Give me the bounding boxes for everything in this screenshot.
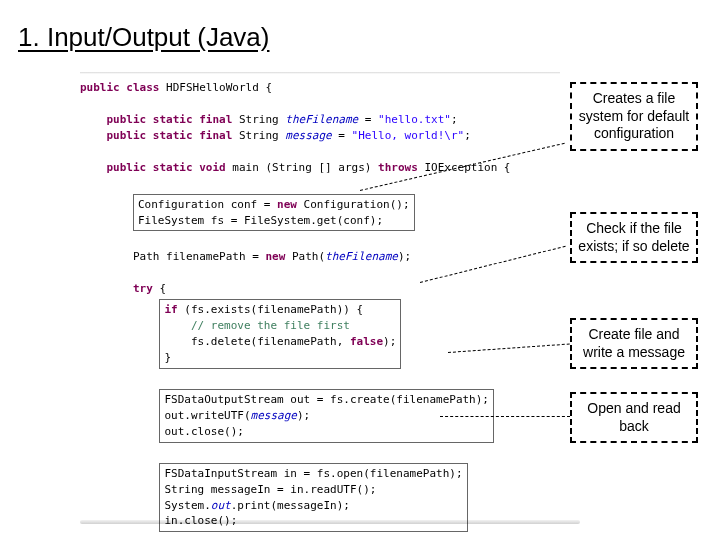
annotation-check-exists: Check if the file exists; if so delete (570, 212, 698, 263)
comment-remove: // remove the file first (164, 319, 349, 332)
eq1: = (358, 113, 378, 126)
kw-new1: new (277, 198, 297, 211)
sys-out-b: .print(messageIn); (231, 499, 350, 512)
semi1: ; (451, 113, 458, 126)
code-block: public class HDFSHelloWorld { public sta… (80, 80, 580, 540)
fs-delete-close: ); (383, 335, 396, 348)
try-brace: { (153, 282, 166, 295)
out-create: FSDataOutputStream out = fs.create(filen… (164, 393, 489, 406)
semi2: ; (464, 129, 471, 142)
kw-new2: new (265, 250, 285, 263)
kw-psf2: public static final (80, 129, 232, 142)
in-open: FSDataInputStream in = fs.open(filenameP… (164, 467, 462, 480)
kw-try: try (80, 282, 153, 295)
conf-new: Configuration conf = (138, 198, 277, 211)
slide-title: 1. Input/Output (Java) (18, 22, 269, 53)
fs-delete: fs.delete(filenamePath, (164, 335, 349, 348)
out-write-close: ); (297, 409, 310, 422)
kw-psf1: public static final (80, 113, 232, 126)
conf-ctor: Configuration(); (297, 198, 410, 211)
type-string1: String (232, 113, 285, 126)
path-new: Path filenamePath = (80, 250, 265, 263)
field-message: message (285, 129, 331, 142)
main-sig: main (String [] args) (226, 161, 378, 174)
top-rule (80, 72, 560, 74)
main-brace: IOException { (418, 161, 511, 174)
footer-rule (80, 520, 580, 524)
annotation-write-msg: Create file and write a message (570, 318, 698, 369)
type-string2: String (232, 129, 285, 142)
field-filename: theFilename (285, 113, 358, 126)
kw-throws: throws (378, 161, 418, 174)
class-decl: HDFSHelloWorld { (160, 81, 273, 94)
sys-out-a: System. (164, 499, 210, 512)
field-sysout: out (211, 499, 231, 512)
kw-if: if (164, 303, 177, 316)
kw-class: class (120, 81, 160, 94)
field-filename-ref: theFilename (325, 250, 398, 263)
out-write: out.writeUTF( (164, 409, 250, 422)
if-close: } (164, 351, 171, 364)
box-if-exists: if (fs.exists(filenamePath)) { // remove… (159, 299, 401, 369)
out-close: out.close(); (164, 425, 243, 438)
box-config: Configuration conf = new Configuration()… (133, 194, 415, 232)
fs-get: FileSystem fs = FileSystem.get(conf); (138, 214, 383, 227)
eq2: = (332, 129, 352, 142)
kw-public: public (80, 81, 120, 94)
if-exists: (fs.exists(filenamePath)) { (178, 303, 363, 316)
field-message-ref: message (251, 409, 297, 422)
str-hello-world: "Hello, world!\r" (352, 129, 465, 142)
str-hello-txt: "hello.txt" (378, 113, 451, 126)
path-close: ); (398, 250, 411, 263)
annotation-create-fs: Creates a file system for default config… (570, 82, 698, 151)
path-open: Path( (285, 250, 325, 263)
leader-4 (440, 416, 570, 417)
kw-psv: public static void (80, 161, 226, 174)
annotation-read-back: Open and read back (570, 392, 698, 443)
kw-false: false (350, 335, 383, 348)
in-readutf: String messageIn = in.readUTF(); (164, 483, 376, 496)
